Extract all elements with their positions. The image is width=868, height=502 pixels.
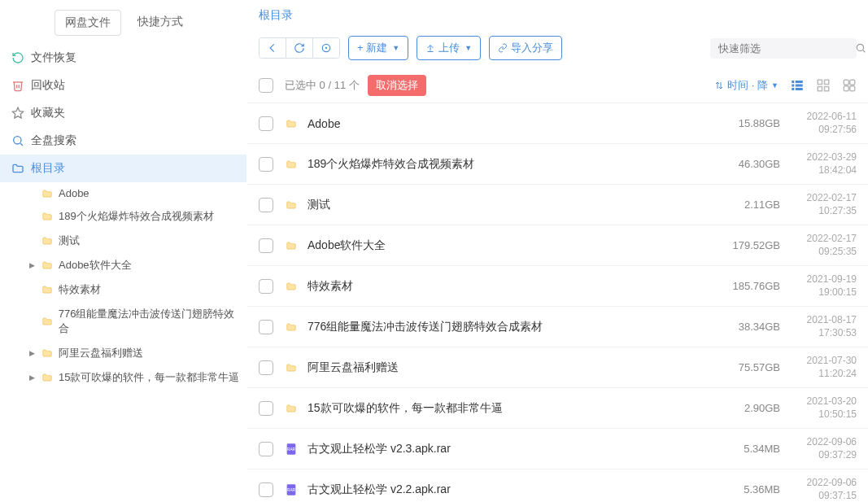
file-row[interactable]: Adobe软件大全179.52GB2022-02-1709:25:35 [247, 225, 868, 266]
folder-icon [41, 188, 54, 199]
nav-file-recovery[interactable]: 文件恢复 [0, 44, 246, 72]
file-name: 189个火焰爆炸特效合成视频素材 [308, 157, 722, 172]
breadcrumb[interactable]: 根目录 [247, 0, 868, 31]
nav-favorites[interactable]: 收藏夹 [0, 99, 246, 127]
folder-icon [285, 118, 299, 129]
svg-point-4 [325, 47, 326, 48]
trash-icon [10, 79, 26, 92]
tree-item[interactable]: 776组能量魔法冲击波传送门翅膀特效合 [0, 302, 246, 341]
row-checkbox[interactable] [259, 360, 273, 375]
file-row[interactable]: 189个火焰爆炸特效合成视频素材46.30GB2022-03-2918:42:0… [247, 144, 868, 185]
svg-rect-14 [818, 80, 822, 84]
row-checkbox[interactable] [259, 198, 273, 212]
sidebar-tabs: 网盘文件 快捷方式 [0, 0, 246, 44]
file-name: Adobe [308, 117, 722, 130]
svg-rect-19 [850, 80, 855, 85]
svg-rect-18 [844, 80, 848, 85]
search-icon [10, 134, 26, 147]
file-size: 75.57GB [722, 361, 787, 373]
tree-item[interactable]: 特效素材 [0, 277, 246, 302]
svg-line-7 [863, 50, 866, 53]
svg-point-6 [857, 44, 863, 50]
row-checkbox[interactable] [259, 442, 273, 456]
file-date: 2022-09-0609:37:15 [787, 477, 857, 502]
file-date: 2022-02-1710:27:35 [787, 192, 857, 217]
row-checkbox[interactable] [259, 279, 273, 294]
tab-disk-files[interactable]: 网盘文件 [55, 10, 121, 36]
nav-label: 收藏夹 [31, 106, 65, 120]
filter-input[interactable] [718, 42, 855, 55]
file-name: 古文观止轻松学 v2.2.apk.rar [308, 482, 722, 497]
file-size: 185.76GB [722, 280, 787, 292]
upload-button[interactable]: 上传 ▼ [417, 36, 481, 60]
nav-root[interactable]: 根目录 [0, 155, 246, 182]
row-checkbox[interactable] [259, 116, 273, 131]
back-button[interactable] [260, 38, 286, 58]
folder-icon [41, 211, 54, 222]
filter-box[interactable] [710, 38, 857, 59]
svg-rect-8 [792, 81, 794, 83]
file-name: 测试 [308, 198, 722, 212]
file-list: Adobe15.88GB2022-06-1109:27:56189个火焰爆炸特效… [247, 103, 868, 502]
tree-item[interactable]: ▶15款可吹爆的软件，每一款都非常牛逼 [0, 365, 246, 390]
tree-item-label: 特效素材 [59, 282, 101, 297]
chevron-down-icon: ▼ [465, 44, 472, 52]
tree-item[interactable]: Adobe [0, 182, 246, 204]
selection-count: 已选中 0 / 11 个 [285, 78, 360, 93]
select-all-checkbox[interactable] [259, 78, 273, 93]
file-size: 5.36MB [722, 483, 787, 495]
file-date: 2022-03-2918:42:04 [787, 151, 857, 177]
list-view-button[interactable] [790, 78, 805, 93]
svg-rect-13 [796, 88, 803, 90]
file-row[interactable]: Adobe15.88GB2022-06-1109:27:56 [247, 103, 868, 144]
row-checkbox[interactable] [259, 238, 273, 253]
row-checkbox[interactable] [259, 482, 273, 497]
nav-label: 文件恢复 [31, 50, 76, 65]
import-share-button[interactable]: 导入分享 [489, 36, 562, 60]
tree-item[interactable]: ▶阿里云盘福利赠送 [0, 341, 246, 365]
chevron-down-icon: ▼ [392, 44, 399, 52]
file-row[interactable]: RAR古文观止轻松学 v2.2.apk.rar5.36MB2022-09-060… [247, 469, 868, 502]
target-button[interactable] [313, 38, 339, 58]
row-checkbox[interactable] [259, 320, 273, 334]
tab-shortcuts[interactable]: 快捷方式 [128, 10, 193, 36]
row-checkbox[interactable] [259, 157, 273, 172]
file-date: 2021-03-2010:50:15 [787, 395, 857, 421]
grid-view-button[interactable] [816, 78, 831, 93]
cancel-selection-button[interactable]: 取消选择 [368, 75, 426, 96]
caret-icon: ▶ [29, 373, 41, 382]
main-panel: 根目录 + 新建 ▼ 上传 ▼ 导入分享 [247, 0, 868, 502]
folder-icon [10, 162, 26, 175]
search-icon [855, 42, 866, 54]
large-grid-view-button[interactable] [842, 78, 857, 93]
file-row[interactable]: 15款可吹爆的软件，每一款都非常牛逼2.90GB2021-03-2010:50:… [247, 388, 868, 429]
folder-icon [285, 362, 299, 373]
folder-icon [41, 260, 54, 271]
import-share-label: 导入分享 [511, 41, 553, 55]
folder-icon [41, 372, 54, 383]
sort-toggle[interactable]: 时间 · 降 ▼ [714, 78, 779, 93]
svg-text:RAR: RAR [287, 488, 295, 492]
upload-button-label: 上传 [438, 41, 460, 55]
refresh-button[interactable] [286, 38, 313, 58]
file-row[interactable]: 776组能量魔法冲击波传送门翅膀特效合成素材38.34GB2021-08-171… [247, 307, 868, 347]
folder-icon [41, 284, 54, 295]
svg-text:RAR: RAR [287, 447, 295, 452]
file-row[interactable]: 特效素材185.76GB2021-09-1919:00:15 [247, 266, 868, 307]
tree-item[interactable]: 测试 [0, 229, 246, 253]
tree-item-label: 189个火焰爆炸特效合成视频素材 [59, 209, 214, 224]
file-row[interactable]: RAR古文观止轻松学 v2.3.apk.rar5.34MB2022-09-060… [247, 429, 868, 469]
tree-item-label: 776组能量魔法冲击波传送门翅膀特效合 [59, 307, 242, 336]
file-row[interactable]: 阿里云盘福利赠送75.57GB2021-07-3011:20:24 [247, 347, 868, 388]
tree-item[interactable]: ▶Adobe软件大全 [0, 253, 246, 277]
tree-item[interactable]: 189个火焰爆炸特效合成视频素材 [0, 204, 246, 229]
new-button[interactable]: + 新建 ▼ [348, 36, 408, 60]
file-row[interactable]: 测试2.11GB2022-02-1710:27:35 [247, 185, 868, 225]
restore-icon [10, 51, 26, 64]
row-checkbox[interactable] [259, 401, 273, 416]
file-name: Adobe软件大全 [308, 238, 722, 253]
folder-icon [41, 347, 54, 359]
nav-recycle-bin[interactable]: 回收站 [0, 72, 246, 99]
nav-global-search[interactable]: 全盘搜索 [0, 127, 246, 155]
folder-icon [285, 281, 299, 292]
